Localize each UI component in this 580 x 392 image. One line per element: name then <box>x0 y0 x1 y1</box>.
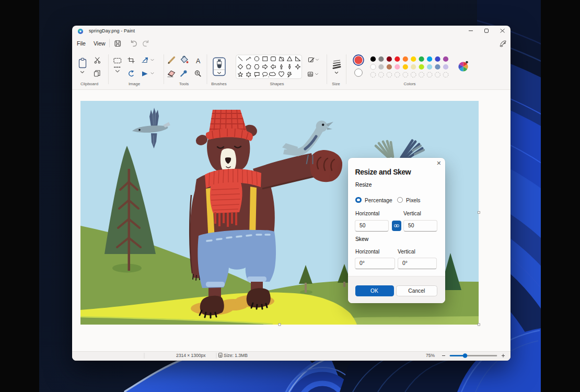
svg-text:A: A <box>196 57 201 65</box>
